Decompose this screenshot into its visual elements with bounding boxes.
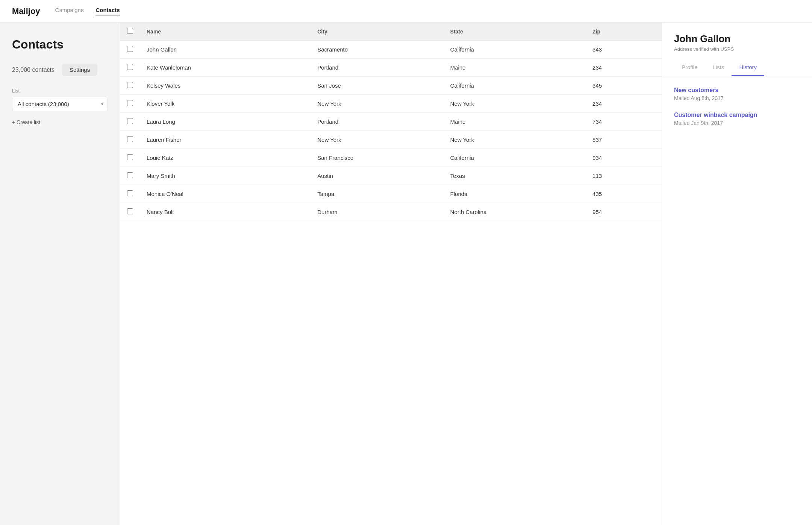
list-label: List — [12, 88, 108, 94]
contacts-count: 23,000 contacts — [12, 67, 55, 73]
row-zip: 435 — [586, 185, 662, 203]
nav-links: Campaigns Contacts — [55, 7, 120, 15]
contacts-table-panel: Name City State Zip John Gallon Sacramen… — [120, 23, 662, 525]
list-select-wrapper: All contacts (23,000) New customers Cust… — [12, 97, 108, 111]
row-zip: 954 — [586, 203, 662, 221]
row-checkbox-cell — [120, 203, 140, 221]
row-zip: 113 — [586, 167, 662, 185]
row-state: Maine — [444, 113, 586, 131]
col-header-checkbox — [120, 23, 140, 41]
row-checkbox[interactable] — [127, 100, 133, 106]
contact-subtitle: Address verified with USPS — [674, 46, 800, 52]
tab-profile[interactable]: Profile — [674, 59, 705, 76]
table-row[interactable]: Lauren Fisher New York New York 837 — [120, 131, 662, 149]
table-row[interactable]: Kate Wanleloman Portland Maine 234 — [120, 59, 662, 77]
right-body: New customers Mailed Aug 8th, 2017 Custo… — [662, 76, 812, 525]
sidebar: Contacts 23,000 contacts Settings List A… — [0, 23, 120, 525]
row-city: New York — [311, 95, 443, 113]
select-all-checkbox[interactable] — [127, 28, 133, 34]
history-campaign-name[interactable]: New customers — [674, 87, 800, 94]
row-zip: 234 — [586, 59, 662, 77]
history-date: Mailed Jan 9th, 2017 — [674, 120, 800, 126]
history-item: New customers Mailed Aug 8th, 2017 — [674, 87, 800, 101]
col-header-zip: Zip — [586, 23, 662, 41]
table-row[interactable]: Mary Smith Austin Texas 113 — [120, 167, 662, 185]
row-zip: 734 — [586, 113, 662, 131]
list-select[interactable]: All contacts (23,000) New customers Cust… — [12, 97, 108, 111]
row-name: Kelsey Wales — [140, 77, 311, 95]
history-date: Mailed Aug 8th, 2017 — [674, 95, 800, 101]
contacts-table: Name City State Zip John Gallon Sacramen… — [120, 23, 662, 221]
row-city: Sacramento — [311, 41, 443, 59]
row-city: Tampa — [311, 185, 443, 203]
contacts-count-row: 23,000 contacts Settings — [12, 64, 108, 76]
row-checkbox[interactable] — [127, 46, 133, 52]
row-checkbox[interactable] — [127, 154, 133, 160]
col-header-state: State — [444, 23, 586, 41]
row-name: Mary Smith — [140, 167, 311, 185]
row-name: John Gallon — [140, 41, 311, 59]
settings-button[interactable]: Settings — [62, 64, 97, 76]
page-title: Contacts — [12, 38, 108, 52]
row-state: Maine — [444, 59, 586, 77]
row-checkbox[interactable] — [127, 136, 133, 142]
table-row[interactable]: Monica O'Neal Tampa Florida 435 — [120, 185, 662, 203]
row-zip: 934 — [586, 149, 662, 167]
top-nav: Mailjoy Campaigns Contacts — [0, 0, 812, 23]
row-city: San Jose — [311, 77, 443, 95]
tab-lists[interactable]: Lists — [705, 59, 732, 76]
main-layout: Contacts 23,000 contacts Settings List A… — [0, 23, 812, 525]
nav-campaigns[interactable]: Campaigns — [55, 7, 84, 15]
history-item: Customer winback campaign Mailed Jan 9th… — [674, 112, 800, 126]
row-state: North Carolina — [444, 203, 586, 221]
right-header: John Gallon Address verified with USPS P… — [662, 23, 812, 76]
table-row[interactable]: Klover Yolk New York New York 234 — [120, 95, 662, 113]
create-list-link[interactable]: + Create list — [12, 119, 40, 125]
row-name: Nancy Bolt — [140, 203, 311, 221]
right-tabs: Profile Lists History — [674, 59, 800, 76]
row-state: California — [444, 41, 586, 59]
row-checkbox[interactable] — [127, 82, 133, 88]
row-city: Portland — [311, 113, 443, 131]
row-name: Monica O'Neal — [140, 185, 311, 203]
row-state: New York — [444, 95, 586, 113]
row-zip: 837 — [586, 131, 662, 149]
row-city: San Francisco — [311, 149, 443, 167]
row-name: Laura Long — [140, 113, 311, 131]
nav-contacts[interactable]: Contacts — [95, 7, 120, 15]
row-checkbox[interactable] — [127, 118, 133, 124]
row-checkbox-cell — [120, 95, 140, 113]
history-campaign-name[interactable]: Customer winback campaign — [674, 112, 800, 118]
row-checkbox-cell — [120, 41, 140, 59]
row-name: Lauren Fisher — [140, 131, 311, 149]
tab-history[interactable]: History — [732, 59, 764, 76]
row-city: New York — [311, 131, 443, 149]
table-row[interactable]: Louie Katz San Francisco California 934 — [120, 149, 662, 167]
row-checkbox-cell — [120, 149, 140, 167]
row-checkbox[interactable] — [127, 64, 133, 70]
history-list: New customers Mailed Aug 8th, 2017 Custo… — [674, 87, 800, 126]
table-body: John Gallon Sacramento California 343 Ka… — [120, 41, 662, 221]
row-name: Kate Wanleloman — [140, 59, 311, 77]
table-row[interactable]: Laura Long Portland Maine 734 — [120, 113, 662, 131]
row-state: California — [444, 149, 586, 167]
row-checkbox[interactable] — [127, 190, 133, 196]
table-row[interactable]: Kelsey Wales San Jose California 345 — [120, 77, 662, 95]
col-header-city: City — [311, 23, 443, 41]
row-checkbox[interactable] — [127, 172, 133, 178]
row-city: Austin — [311, 167, 443, 185]
table-header-row: Name City State Zip — [120, 23, 662, 41]
row-zip: 234 — [586, 95, 662, 113]
table-row[interactable]: John Gallon Sacramento California 343 — [120, 41, 662, 59]
row-checkbox-cell — [120, 59, 140, 77]
row-checkbox-cell — [120, 77, 140, 95]
contact-name-title: John Gallon — [674, 33, 800, 45]
row-checkbox-cell — [120, 185, 140, 203]
row-city: Durham — [311, 203, 443, 221]
row-checkbox[interactable] — [127, 208, 133, 214]
row-name: Klover Yolk — [140, 95, 311, 113]
table-row[interactable]: Nancy Bolt Durham North Carolina 954 — [120, 203, 662, 221]
row-state: Texas — [444, 167, 586, 185]
row-state: Florida — [444, 185, 586, 203]
row-city: Portland — [311, 59, 443, 77]
